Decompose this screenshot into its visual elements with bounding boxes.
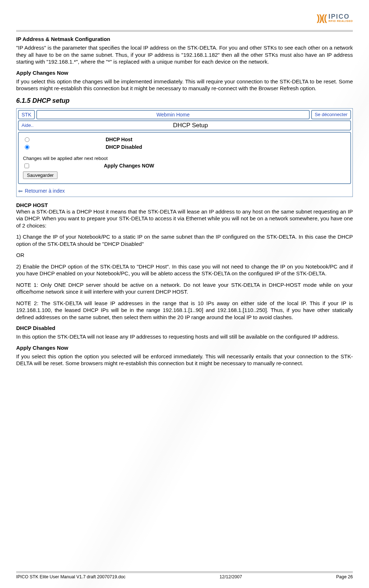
dhcp-disabled-heading: DHCP Disabled <box>16 325 353 331</box>
reboot-note: Changes will be applied after next reboo… <box>23 156 346 161</box>
dhcp-host-radio[interactable] <box>25 137 29 142</box>
logo-icon: ))(( <box>317 13 327 24</box>
logo-name: IPICO <box>328 13 353 20</box>
dhcp-host-body: When a STK-DELTA is a DHCP Host it means… <box>16 208 353 229</box>
page-header: ))(( IPICO RFID REALISED <box>16 7 353 29</box>
webmin-page-title: DHCP Setup <box>33 122 347 129</box>
webmin-help-link[interactable]: Aide.. <box>22 123 33 128</box>
apply-changes-heading-2: Apply Changes Now <box>16 345 353 351</box>
save-button[interactable]: Sauvegarder <box>23 171 57 179</box>
webmin-stk-tab[interactable]: STK <box>18 110 35 119</box>
footer-date: 12/12/2007 <box>220 574 242 579</box>
header-rule <box>16 30 353 32</box>
logo: ))(( IPICO RFID REALISED <box>317 13 353 24</box>
webmin-form-panel: DHCP Host DHCP Disabled Changes will be … <box>18 132 351 184</box>
apply-changes-heading-1: Apply Changes Now <box>16 70 353 76</box>
footer-doc-name: IPICO STK Elite User Manual V1.7 draft 2… <box>16 574 125 579</box>
apply-changes-body-1: If you select this option the changes wi… <box>16 78 353 92</box>
webmin-screenshot: STK Webmin Home Se déconnecter Aide.. DH… <box>16 108 353 197</box>
dhcp-host-label: DHCP Host <box>106 137 132 142</box>
dhcp-disabled-body: In this option the STK-DELTA will not le… <box>16 333 353 340</box>
apply-now-label: Apply Changes NOW <box>104 163 154 169</box>
dhcp-option-1: 1) Change the IP of your Notebook/PC to … <box>16 233 353 247</box>
footer-page: Page 26 <box>336 574 353 579</box>
apply-changes-body-2: If you select this option the option you… <box>16 353 353 367</box>
arrow-left-icon: ⬅ <box>18 188 23 194</box>
dhcp-or: OR <box>16 252 353 259</box>
dhcp-option-2: 2) Enable the DHCP option of the STK-DEL… <box>16 263 353 277</box>
ip-config-body: "IP Address" is the parameter that speci… <box>16 44 353 65</box>
page-footer: IPICO STK Elite User Manual V1.7 draft 2… <box>16 571 353 579</box>
dhcp-host-heading: DHCP HOST <box>16 202 353 208</box>
dhcp-note-2: NOTE 2: The STK-DELTA will lease IP addr… <box>16 300 353 321</box>
webmin-home-link[interactable]: Webmin Home <box>36 110 310 119</box>
return-to-index-link[interactable]: ⬅ Retourner à index <box>18 187 351 195</box>
return-link-text: Retourner à index <box>25 188 65 194</box>
logo-tagline: RFID REALISED <box>328 20 353 23</box>
ip-config-heading: IP Address & Netmask Configuration <box>16 36 353 42</box>
dhcp-disabled-radio[interactable] <box>25 145 29 150</box>
dhcp-setup-heading: 6.1.5 DHCP setup <box>16 97 353 105</box>
dhcp-disabled-label: DHCP Disabled <box>106 144 142 150</box>
apply-now-checkbox[interactable] <box>24 164 29 168</box>
dhcp-note-1: NOTE 1: Only ONE DHCP server should be a… <box>16 281 353 295</box>
footer-rule <box>16 571 353 573</box>
webmin-logout-link[interactable]: Se déconnecter <box>311 110 351 119</box>
